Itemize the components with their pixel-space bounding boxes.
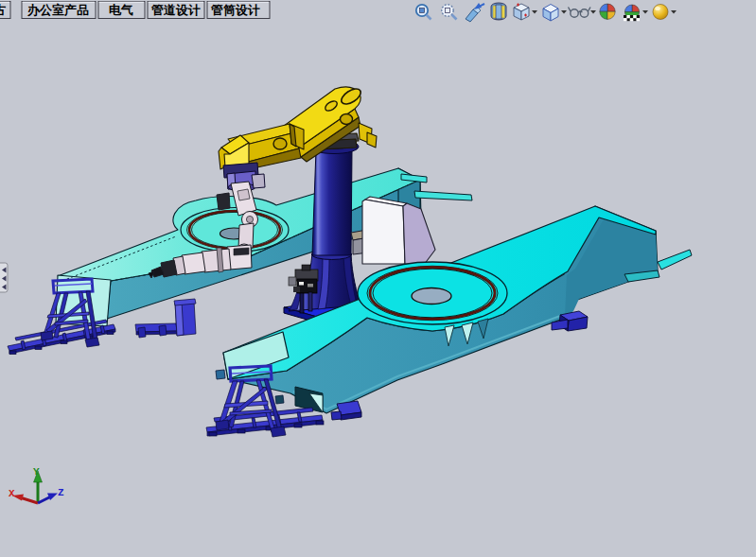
svg-text:办公室产品: 办公室产品: [26, 3, 89, 17]
svg-text:管筒设计: 管筒设计: [210, 3, 260, 17]
svg-text:管道设计: 管道设计: [150, 3, 201, 17]
svg-text:Y: Y: [33, 466, 40, 478]
svg-text:古: 古: [0, 3, 7, 17]
svg-text:X: X: [9, 488, 15, 499]
svg-text:电气: 电气: [109, 3, 133, 17]
svg-text:Z: Z: [58, 487, 64, 498]
